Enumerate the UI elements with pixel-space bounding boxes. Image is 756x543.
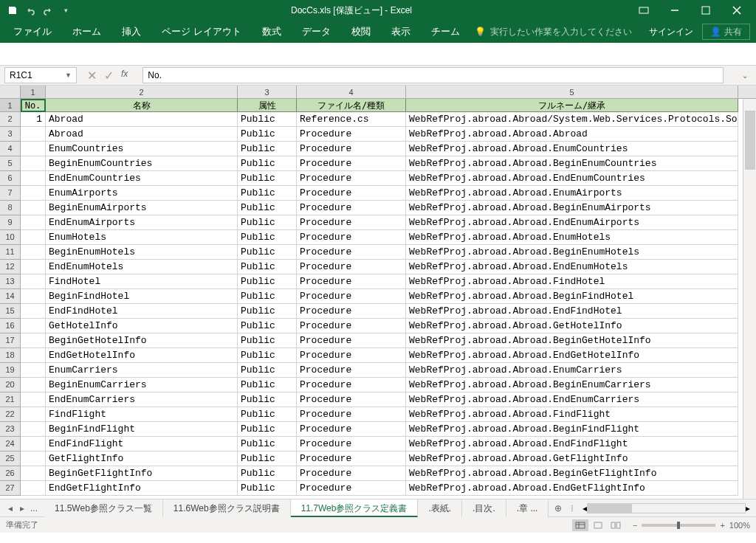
cell-attr[interactable]: Public xyxy=(238,452,297,466)
row-header[interactable]: 13 xyxy=(0,274,21,289)
cell-file[interactable]: Procedure xyxy=(297,437,406,452)
cell-full[interactable]: WebRefProj.abroad.Abroad.BeginEnumAirpor… xyxy=(406,201,738,215)
horizontal-scrollbar[interactable]: ◂ ▸ xyxy=(583,503,750,513)
cell-name[interactable]: BeginGetHotelInfo xyxy=(46,333,238,348)
header-cell-name[interactable]: 名称 xyxy=(46,99,238,112)
cell-attr[interactable]: Public xyxy=(238,156,297,171)
cell-file[interactable]: Procedure xyxy=(297,481,406,496)
cell-file[interactable]: Procedure xyxy=(297,392,406,407)
row-header[interactable]: 27 xyxy=(0,481,21,496)
row-header[interactable]: 10 xyxy=(0,230,21,245)
cell-file[interactable]: Procedure xyxy=(297,127,406,142)
col-header-5[interactable]: 5 xyxy=(406,86,738,98)
cell-no[interactable] xyxy=(21,245,46,260)
cell-full[interactable]: WebRefProj.abroad.Abroad.EndEnumHotels xyxy=(406,260,738,274)
cell-attr[interactable]: Public xyxy=(238,466,297,481)
chevron-down-icon[interactable]: ▼ xyxy=(65,72,72,79)
row-header[interactable]: 23 xyxy=(0,422,21,437)
cell-attr[interactable]: Public xyxy=(238,289,297,304)
cell-attr[interactable]: Public xyxy=(238,422,297,437)
cell-full[interactable]: WebRefProj.abroad.Abroad.EndGetHotelInfo xyxy=(406,348,738,363)
cell-file[interactable]: Procedure xyxy=(297,156,406,171)
tab-data[interactable]: データ xyxy=(292,21,341,43)
share-button[interactable]: 👤 共有 xyxy=(702,24,750,40)
cell-full[interactable]: WebRefProj.abroad.Abroad.EnumAirports xyxy=(406,186,738,201)
scroll-right-icon[interactable]: ▸ xyxy=(746,503,750,513)
cell-file[interactable]: Procedure xyxy=(297,186,406,201)
cell-attr[interactable]: Public xyxy=(238,260,297,274)
cell-no[interactable] xyxy=(21,378,46,392)
cell-no[interactable] xyxy=(21,319,46,333)
cell-file[interactable]: Procedure xyxy=(297,407,406,422)
sheet-last-icon[interactable]: ▸ xyxy=(18,503,27,513)
cell-name[interactable]: BeginFindFlight xyxy=(46,422,238,437)
col-header-2[interactable]: 2 xyxy=(46,86,238,98)
name-box[interactable]: R1C1 ▼ xyxy=(4,67,77,83)
cell-file[interactable]: Procedure xyxy=(297,245,406,260)
cell-file[interactable]: Procedure xyxy=(297,304,406,319)
cell-no[interactable] xyxy=(21,127,46,142)
cell-full[interactable]: WebRefProj.abroad.Abroad.FindFlight xyxy=(406,407,738,422)
horizontal-scroll-thumb[interactable] xyxy=(588,504,632,513)
tab-insert[interactable]: 挿入 xyxy=(111,21,151,43)
view-page-break-icon[interactable] xyxy=(608,519,624,531)
cell-name[interactable]: BeginEnumHotels xyxy=(46,245,238,260)
cell-full[interactable]: WebRefProj.abroad.Abroad.EndFindFlight xyxy=(406,437,738,452)
header-cell-no[interactable]: No. xyxy=(21,99,46,112)
cell-attr[interactable]: Public xyxy=(238,407,297,422)
cell-name[interactable]: GetHotelInfo xyxy=(46,319,238,333)
fx-icon[interactable]: fx xyxy=(121,69,128,83)
row-header[interactable]: 14 xyxy=(0,289,21,304)
cell-full[interactable]: WebRefProj.abroad.Abroad.EndEnumCountrie… xyxy=(406,171,738,186)
tab-team[interactable]: チーム xyxy=(421,21,470,43)
cell-file[interactable]: Procedure xyxy=(297,215,406,230)
cell-file[interactable]: Procedure xyxy=(297,274,406,289)
cell-no[interactable] xyxy=(21,348,46,363)
sheet-tab[interactable]: 11.5Web参照クラス一覧 xyxy=(44,499,163,517)
row-header[interactable]: 18 xyxy=(0,348,21,363)
row-header[interactable]: 25 xyxy=(0,452,21,466)
cell-attr[interactable]: Public xyxy=(238,392,297,407)
view-normal-icon[interactable] xyxy=(572,519,588,531)
enter-icon[interactable]: ✓ xyxy=(104,69,114,83)
cell-name[interactable]: EndEnumCarriers xyxy=(46,392,238,407)
cell-name[interactable]: EndGetFlightInfo xyxy=(46,481,238,496)
cell-attr[interactable]: Public xyxy=(238,304,297,319)
tell-me-search[interactable]: 💡 実行したい作業を入力してください xyxy=(475,26,632,38)
sheet-first-icon[interactable]: ◂ xyxy=(6,503,15,513)
cell-no[interactable] xyxy=(21,186,46,201)
cell-name[interactable]: EnumAirports xyxy=(46,186,238,201)
cell-no[interactable] xyxy=(21,363,46,378)
row-header[interactable]: 16 xyxy=(0,319,21,333)
signin-button[interactable]: サインイン xyxy=(640,26,702,38)
cell-no[interactable] xyxy=(21,142,46,156)
cancel-icon[interactable]: ✕ xyxy=(87,69,97,83)
cell-attr[interactable]: Public xyxy=(238,348,297,363)
row-header-1[interactable]: 1 xyxy=(0,99,21,112)
cell-file[interactable]: Procedure xyxy=(297,142,406,156)
cell-file[interactable]: Procedure xyxy=(297,201,406,215)
cell-name[interactable]: EnumCountries xyxy=(46,142,238,156)
row-header[interactable]: 11 xyxy=(0,245,21,260)
sheet-tab[interactable]: 11.7Web参照クラス定義書 xyxy=(291,499,419,517)
tab-home[interactable]: ホーム xyxy=(62,21,111,43)
tab-review[interactable]: 校閲 xyxy=(341,21,381,43)
cell-full[interactable]: WebRefProj.abroad.Abroad.EnumCountries xyxy=(406,142,738,156)
save-icon[interactable] xyxy=(6,4,19,17)
cell-attr[interactable]: Public xyxy=(238,378,297,392)
row-header[interactable]: 6 xyxy=(0,171,21,186)
vertical-scrollbar[interactable] xyxy=(743,99,756,499)
new-sheet-button[interactable]: ⊕ xyxy=(549,503,568,513)
cell-no[interactable] xyxy=(21,260,46,274)
cell-full[interactable]: WebRefProj.abroad.Abroad.BeginEnumHotels xyxy=(406,245,738,260)
cell-name[interactable]: BeginGetFlightInfo xyxy=(46,466,238,481)
cell-full[interactable]: WebRefProj.abroad.Abroad.BeginFindHotel xyxy=(406,289,738,304)
cell-file[interactable]: Procedure xyxy=(297,378,406,392)
cell-full[interactable]: WebRefProj.abroad.Abroad.BeginEnumCarrie… xyxy=(406,378,738,392)
cell-no[interactable] xyxy=(21,230,46,245)
sheet-tab[interactable]: .目次. xyxy=(462,499,506,517)
cell-attr[interactable]: Public xyxy=(238,215,297,230)
sheet-more-icon[interactable]: ... xyxy=(30,503,38,513)
row-header[interactable]: 5 xyxy=(0,156,21,171)
sheet-tab[interactable]: .表紙. xyxy=(418,499,462,517)
